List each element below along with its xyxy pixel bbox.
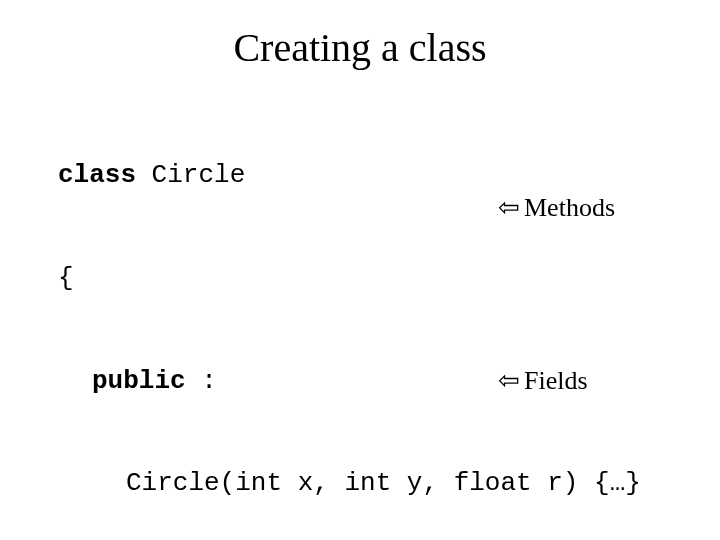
class-name: Circle [136, 160, 245, 190]
keyword-public: public [92, 366, 186, 396]
annotation-methods: ⇦ Methods [498, 191, 615, 225]
keyword-class: class [58, 160, 136, 190]
colon-public: : [186, 366, 217, 396]
code-line-1: class Circle [58, 158, 720, 192]
annotation-fields-label: Fields [524, 364, 588, 398]
slide-title: Creating a class [0, 0, 720, 89]
arrow-left-icon: ⇦ [498, 195, 520, 221]
annotation-methods-label: Methods [524, 191, 615, 225]
code-block: class Circle { public : Circle(int x, in… [0, 89, 720, 540]
arrow-left-icon: ⇦ [498, 368, 520, 394]
code-line-4: Circle(int x, int y, float r) {…} [58, 466, 720, 500]
annotation-fields: ⇦ Fields [498, 364, 588, 398]
code-line-3: public : [58, 364, 720, 398]
slide: Creating a class class Circle { public :… [0, 0, 720, 540]
code-line-2: { [58, 261, 720, 295]
